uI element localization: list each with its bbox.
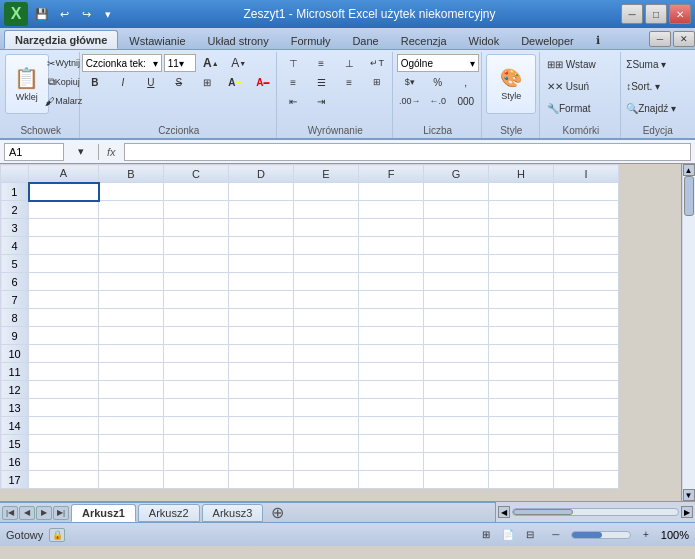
scroll-up-button[interactable]: ▲: [683, 164, 695, 176]
cell-H10[interactable]: [489, 345, 554, 363]
app-icon[interactable]: X: [4, 2, 28, 26]
cell-G9[interactable]: [424, 327, 489, 345]
cell-G6[interactable]: [424, 273, 489, 291]
cell-A1[interactable]: [29, 183, 99, 201]
col-header-a[interactable]: A: [29, 165, 99, 183]
tab-developer[interactable]: Deweloper: [510, 31, 585, 49]
cell-E14[interactable]: [294, 417, 359, 435]
cell-C3[interactable]: [164, 219, 229, 237]
add-sheet-button[interactable]: ⊕: [269, 506, 285, 520]
cell-C6[interactable]: [164, 273, 229, 291]
cell-D1[interactable]: [229, 183, 294, 201]
align-middle-button[interactable]: ≡: [308, 54, 334, 72]
view-normal-button[interactable]: ⊞: [477, 528, 495, 542]
cell-B6[interactable]: [99, 273, 164, 291]
bold-button[interactable]: B: [82, 73, 108, 91]
cell-H1[interactable]: [489, 183, 554, 201]
cell-A6[interactable]: [29, 273, 99, 291]
cell-B16[interactable]: [99, 453, 164, 471]
cell-I13[interactable]: [554, 399, 619, 417]
align-right-button[interactable]: ≡: [336, 73, 362, 91]
cell-F9[interactable]: [359, 327, 424, 345]
fill-color-button[interactable]: A▬: [222, 73, 248, 91]
col-header-f[interactable]: F: [359, 165, 424, 183]
cell-B10[interactable]: [99, 345, 164, 363]
cell-F14[interactable]: [359, 417, 424, 435]
cell-I10[interactable]: [554, 345, 619, 363]
cell-H7[interactable]: [489, 291, 554, 309]
cell-C8[interactable]: [164, 309, 229, 327]
cell-F1[interactable]: [359, 183, 424, 201]
cell-H14[interactable]: [489, 417, 554, 435]
scroll-thumb-h[interactable]: [513, 509, 573, 515]
tab-home[interactable]: Narzędzia główne: [4, 30, 118, 49]
cell-H2[interactable]: [489, 201, 554, 219]
cell-B11[interactable]: [99, 363, 164, 381]
scroll-thumb-v[interactable]: [684, 176, 694, 216]
cell-F8[interactable]: [359, 309, 424, 327]
cell-C10[interactable]: [164, 345, 229, 363]
cell-G16[interactable]: [424, 453, 489, 471]
font-size-selector[interactable]: 11 ▾: [164, 54, 196, 72]
insert-cells-button[interactable]: ⊞ ⊞ Wstaw: [546, 54, 616, 74]
col-header-b[interactable]: B: [99, 165, 164, 183]
cell-D6[interactable]: [229, 273, 294, 291]
border-button[interactable]: ⊞: [194, 73, 220, 91]
indent-decrease-button[interactable]: ⇤: [280, 92, 306, 110]
cell-E11[interactable]: [294, 363, 359, 381]
cell-E10[interactable]: [294, 345, 359, 363]
tab-help[interactable]: ℹ: [585, 30, 611, 49]
cell-A11[interactable]: [29, 363, 99, 381]
cell-C5[interactable]: [164, 255, 229, 273]
wrap-text-button[interactable]: ↵T: [364, 54, 390, 72]
cell-B3[interactable]: [99, 219, 164, 237]
zoom-out-button[interactable]: ─: [543, 526, 569, 544]
cell-D9[interactable]: [229, 327, 294, 345]
cell-E9[interactable]: [294, 327, 359, 345]
cell-B17[interactable]: [99, 471, 164, 489]
quick-access-dropdown[interactable]: ▾: [98, 5, 118, 23]
cell-B5[interactable]: [99, 255, 164, 273]
cell-H17[interactable]: [489, 471, 554, 489]
cell-F7[interactable]: [359, 291, 424, 309]
strikethrough-button[interactable]: S: [166, 73, 192, 91]
cell-F13[interactable]: [359, 399, 424, 417]
cell-H4[interactable]: [489, 237, 554, 255]
cell-I8[interactable]: [554, 309, 619, 327]
cell-A15[interactable]: [29, 435, 99, 453]
align-top-button[interactable]: ⊤: [280, 54, 306, 72]
cell-I11[interactable]: [554, 363, 619, 381]
cell-A9[interactable]: [29, 327, 99, 345]
undo-button[interactable]: ↩: [54, 5, 74, 23]
sum-button[interactable]: Σ Suma ▾: [625, 54, 690, 74]
sheet-first-button[interactable]: |◀: [2, 506, 18, 520]
cell-D16[interactable]: [229, 453, 294, 471]
cell-B15[interactable]: [99, 435, 164, 453]
tab-formulas[interactable]: Formuły: [280, 31, 342, 49]
format-painter-button[interactable]: 🖌 Malarz: [51, 92, 77, 110]
restore-button[interactable]: □: [645, 4, 667, 24]
number-format-selector[interactable]: Ogólne ▾: [397, 54, 479, 72]
cell-H5[interactable]: [489, 255, 554, 273]
font-name-selector[interactable]: Czcionka tek: ▾: [82, 54, 162, 72]
increase-decimal-button[interactable]: .00→: [397, 92, 423, 110]
italic-button[interactable]: I: [110, 73, 136, 91]
tab-view[interactable]: Widok: [458, 31, 511, 49]
zoom-in-button[interactable]: +: [633, 526, 659, 544]
cell-C9[interactable]: [164, 327, 229, 345]
delete-cells-button[interactable]: ✕ ✕ Usuń: [546, 76, 616, 96]
cell-B13[interactable]: [99, 399, 164, 417]
cell-E13[interactable]: [294, 399, 359, 417]
indent-increase-button[interactable]: ⇥: [308, 92, 334, 110]
cell-G14[interactable]: [424, 417, 489, 435]
cell-G12[interactable]: [424, 381, 489, 399]
cell-G17[interactable]: [424, 471, 489, 489]
cell-A4[interactable]: [29, 237, 99, 255]
cell-C4[interactable]: [164, 237, 229, 255]
cell-G8[interactable]: [424, 309, 489, 327]
cell-C2[interactable]: [164, 201, 229, 219]
scroll-right-button[interactable]: ▶: [681, 506, 693, 518]
sheet-next-button[interactable]: ▶: [36, 506, 52, 520]
minimize-button[interactable]: ─: [621, 4, 643, 24]
cell-F5[interactable]: [359, 255, 424, 273]
